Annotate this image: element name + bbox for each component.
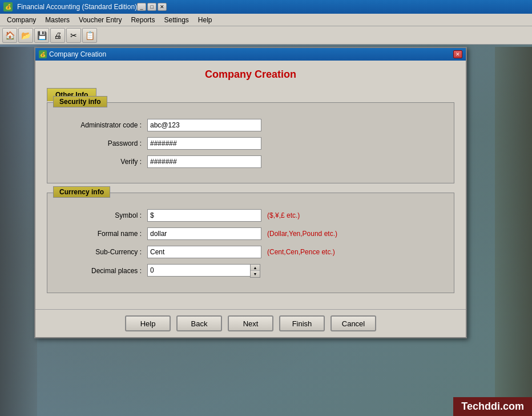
dialog-title-bar: 💰 Company Creation ✕ — [35, 48, 466, 61]
currency-section: Currency info Symbol : ($,¥,£ etc.) Form… — [47, 193, 454, 293]
menu-masters[interactable]: Masters — [41, 15, 74, 25]
sub-currency-input[interactable] — [147, 246, 261, 258]
formal-name-label: Formal name : — [59, 230, 147, 238]
verify-row: Verify : — [59, 155, 442, 168]
symbol-label: Symbol : — [59, 211, 147, 219]
bg-right-decor — [495, 47, 532, 416]
decimal-places-spinner: ▲ ▼ — [147, 264, 260, 278]
toolbar: 🏠 📂 💾 🖨 ✂ 📋 — [0, 26, 532, 45]
app-title: Financial Accounting (Standard Edition) — [17, 3, 137, 11]
spinner-up-button[interactable]: ▲ — [251, 265, 260, 271]
minimize-button[interactable]: _ — [137, 3, 146, 11]
menu-bar: Company Masters Voucher Entry Reports Se… — [0, 14, 532, 26]
admin-code-input[interactable] — [147, 119, 261, 131]
menu-settings[interactable]: Settings — [159, 15, 193, 25]
finish-button[interactable]: Finish — [279, 315, 325, 331]
tab-area: Other Info — [47, 87, 454, 101]
symbol-row: Symbol : ($,¥,£ etc.) — [59, 209, 442, 222]
sub-currency-label: Sub-Currency : — [59, 248, 147, 256]
formal-name-row: Formal name : (Dollar,Yen,Pound etc.) — [59, 227, 442, 240]
app-icon: 💰 — [3, 2, 13, 11]
toolbar-btn-save[interactable]: 💾 — [34, 28, 49, 43]
admin-code-label: Administrator code : — [59, 121, 147, 129]
toolbar-btn-home[interactable]: 🏠 — [2, 28, 17, 43]
security-section: Security info Administrator code : Passw… — [47, 102, 454, 183]
window-controls: _ □ ✕ — [137, 3, 167, 11]
verify-input[interactable] — [147, 155, 261, 168]
close-button[interactable]: ✕ — [158, 3, 167, 11]
maximize-button[interactable]: □ — [147, 3, 156, 11]
password-row: Password : — [59, 137, 442, 150]
spinner-down-button[interactable]: ▼ — [251, 271, 260, 277]
toolbar-btn-cut[interactable]: ✂ — [66, 28, 81, 43]
decimal-places-label: Decimal places : — [59, 267, 147, 275]
menu-reports[interactable]: Reports — [126, 15, 159, 25]
help-button[interactable]: Help — [125, 315, 171, 331]
menu-company[interactable]: Company — [2, 15, 41, 25]
cancel-button[interactable]: Cancel — [331, 315, 376, 331]
menu-help[interactable]: Help — [194, 15, 217, 25]
decimal-places-input[interactable] — [147, 264, 250, 277]
admin-code-row: Administrator code : — [59, 119, 442, 131]
next-button[interactable]: Next — [228, 315, 273, 331]
password-input[interactable] — [147, 137, 261, 150]
formal-name-hint: (Dollar,Yen,Pound etc.) — [267, 230, 337, 238]
form-title: Company Creation — [47, 69, 454, 81]
security-section-label: Security info — [53, 96, 107, 107]
symbol-hint: ($,¥,£ etc.) — [267, 211, 300, 219]
toolbar-btn-paste[interactable]: 📋 — [82, 28, 97, 43]
dialog-footer: Help Back Next Finish Cancel — [35, 309, 466, 337]
company-creation-dialog: 💰 Company Creation ✕ Company Creation Ot… — [34, 47, 467, 338]
decimal-places-row: Decimal places : ▲ ▼ — [59, 264, 442, 278]
dialog-close-button[interactable]: ✕ — [453, 50, 462, 58]
password-label: Password : — [59, 139, 147, 147]
watermark: Techddi.com — [453, 397, 532, 416]
verify-label: Verify : — [59, 158, 147, 166]
toolbar-btn-open[interactable]: 📂 — [18, 28, 33, 43]
back-button[interactable]: Back — [176, 315, 222, 331]
title-bar: 💰 Financial Accounting (Standard Edition… — [0, 0, 532, 14]
menu-voucher-entry[interactable]: Voucher Entry — [74, 15, 126, 25]
formal-name-input[interactable] — [147, 227, 261, 240]
sub-currency-hint: (Cent,Cen,Pence etc.) — [267, 248, 335, 256]
dialog-body: Company Creation Other Info Security inf… — [35, 61, 466, 309]
dialog-title: Company Creation — [49, 50, 106, 58]
toolbar-btn-print[interactable]: 🖨 — [50, 28, 65, 43]
bg-left-decor — [0, 47, 37, 416]
spinner-buttons: ▲ ▼ — [250, 264, 260, 278]
symbol-input[interactable] — [147, 209, 261, 222]
currency-section-label: Currency info — [53, 186, 110, 198]
sub-currency-row: Sub-Currency : (Cent,Cen,Pence etc.) — [59, 246, 442, 258]
dialog-icon: 💰 — [39, 50, 47, 58]
